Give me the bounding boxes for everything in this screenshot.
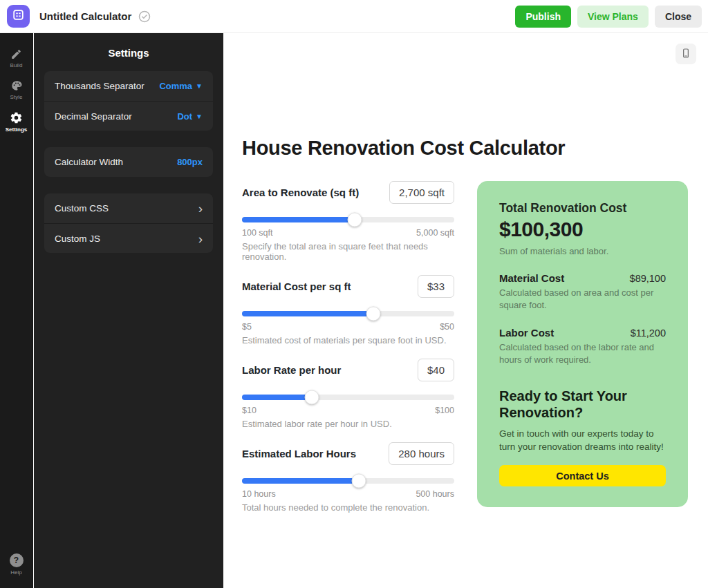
custom-code-card: Custom CSS › Custom JS › bbox=[44, 193, 213, 253]
help-icon: ? bbox=[10, 553, 24, 567]
saved-check-icon bbox=[138, 10, 151, 23]
slider-thumb[interactable] bbox=[305, 390, 319, 405]
left-rail: Build Style Settings ? bbox=[0, 33, 33, 588]
field-label: Estimated Labor Hours bbox=[242, 448, 356, 459]
field-description: Total hours needed to complete the renov… bbox=[242, 502, 454, 513]
cta-text: Get in touch with our experts today to t… bbox=[499, 428, 666, 454]
labor-hours-input[interactable]: 280 hours bbox=[389, 442, 454, 465]
slider-fill bbox=[242, 217, 355, 222]
slider-fill bbox=[242, 478, 359, 484]
result-value: $89,100 bbox=[630, 273, 666, 284]
inputs-column: Area to Renovate (sq ft) 2,700 sqft 100 … bbox=[242, 181, 454, 526]
custom-css-label: Custom CSS bbox=[55, 203, 109, 214]
total-cost-subtitle: Sum of materials and labor. bbox=[499, 246, 666, 256]
results-panel: Total Renovation Cost $100,300 Sum of ma… bbox=[477, 181, 688, 507]
app-logo[interactable] bbox=[7, 5, 30, 28]
slider-min-label: 100 sqft bbox=[242, 228, 272, 238]
slider-max-label: 500 hours bbox=[416, 489, 454, 499]
result-label: Material Cost bbox=[499, 272, 564, 284]
rail-item-settings[interactable]: Settings bbox=[0, 106, 33, 138]
slider-max-label: $100 bbox=[435, 406, 454, 415]
slider-min-label: 10 hours bbox=[242, 489, 276, 499]
labor-rate-input[interactable]: $40 bbox=[418, 359, 454, 381]
palette-icon bbox=[10, 79, 23, 92]
field-area: Area to Renovate (sq ft) 2,700 sqft 100 … bbox=[242, 181, 454, 262]
rail-item-label: Build bbox=[10, 62, 23, 68]
decimal-separator-label: Decimal Separator bbox=[55, 111, 132, 122]
slider-thumb[interactable] bbox=[351, 474, 366, 489]
publish-button[interactable]: Publish bbox=[515, 6, 571, 28]
pencil-icon bbox=[10, 48, 22, 60]
custom-js-row[interactable]: Custom JS › bbox=[44, 223, 213, 253]
result-item-material: Material Cost $89,100 Calculated based o… bbox=[499, 272, 666, 311]
slider-min-label: $10 bbox=[242, 406, 257, 415]
material-cost-slider[interactable] bbox=[242, 311, 454, 316]
mobile-preview-button[interactable] bbox=[676, 44, 696, 64]
field-description: Estimated cost of materials per square f… bbox=[242, 335, 454, 345]
rail-item-label: Help bbox=[10, 569, 21, 576]
slider-max-label: $50 bbox=[440, 322, 454, 332]
field-labor-hours: Estimated Labor Hours 280 hours 10 hours… bbox=[242, 442, 454, 513]
slider-fill bbox=[242, 311, 373, 316]
width-card: Calculator Width 800px bbox=[44, 147, 213, 177]
mobile-phone-icon bbox=[680, 48, 691, 61]
close-button[interactable]: Close bbox=[655, 6, 702, 28]
slider-min-label: $5 bbox=[242, 322, 252, 332]
field-label: Labor Rate per hour bbox=[242, 364, 341, 376]
topbar: Untitled Calculator Publish View Plans C… bbox=[0, 0, 708, 33]
calculator-width-label: Calculator Width bbox=[55, 157, 123, 167]
gear-icon bbox=[10, 111, 23, 124]
material-cost-input[interactable]: $33 bbox=[418, 275, 454, 298]
calculator-content: House Renovation Cost Calculator Area to… bbox=[242, 137, 688, 526]
total-cost-title: Total Renovation Cost bbox=[499, 201, 666, 216]
result-description: Calculated based on the labor rate and h… bbox=[499, 341, 660, 366]
settings-panel: Settings Thousands Separator Comma ▼ Dec… bbox=[34, 33, 223, 588]
rail-item-label: Settings bbox=[6, 126, 28, 133]
slider-max-label: 5,000 sqft bbox=[416, 228, 454, 238]
document-title[interactable]: Untitled Calculator bbox=[39, 10, 131, 22]
result-label: Labor Cost bbox=[499, 327, 554, 339]
slider-thumb[interactable] bbox=[366, 307, 381, 321]
rail-item-build[interactable]: Build bbox=[0, 43, 33, 74]
chevron-right-icon: › bbox=[198, 232, 203, 245]
field-label: Material Cost per sq ft bbox=[242, 281, 351, 292]
cta-heading: Ready to Start Your Renovation? bbox=[499, 388, 651, 421]
custom-css-row[interactable]: Custom CSS › bbox=[44, 193, 213, 223]
custom-js-label: Custom JS bbox=[55, 234, 100, 244]
decimal-separator-select[interactable]: Dot ▼ bbox=[177, 111, 203, 122]
contact-us-button[interactable]: Contact Us bbox=[499, 465, 666, 486]
area-input[interactable]: 2,700 sqft bbox=[389, 181, 454, 204]
thousands-separator-select[interactable]: Comma ▼ bbox=[159, 81, 203, 91]
slider-thumb[interactable] bbox=[347, 213, 362, 227]
preview-canvas: House Renovation Cost Calculator Area to… bbox=[223, 33, 708, 588]
decimal-separator-row[interactable]: Decimal Separator Dot ▼ bbox=[44, 101, 213, 131]
calculator-title: House Renovation Cost Calculator bbox=[242, 137, 688, 160]
slider-fill bbox=[242, 395, 312, 400]
result-value: $11,200 bbox=[631, 328, 666, 339]
calculator-width-row[interactable]: Calculator Width 800px bbox=[44, 147, 213, 177]
thousands-separator-row[interactable]: Thousands Separator Comma ▼ bbox=[44, 71, 213, 101]
app-window: Untitled Calculator Publish View Plans C… bbox=[0, 0, 708, 588]
settings-panel-heading: Settings bbox=[34, 33, 223, 71]
thousands-separator-label: Thousands Separator bbox=[55, 81, 145, 91]
labor-rate-slider[interactable] bbox=[242, 395, 454, 400]
chevron-down-icon: ▼ bbox=[196, 82, 203, 90]
result-description: Calculated based on area and cost per sq… bbox=[499, 287, 660, 311]
chevron-right-icon: › bbox=[198, 202, 203, 215]
area-slider[interactable] bbox=[242, 217, 454, 222]
field-labor-rate: Labor Rate per hour $40 $10 $100 Estimat… bbox=[242, 359, 454, 429]
view-plans-button[interactable]: View Plans bbox=[577, 6, 649, 28]
rail-item-style[interactable]: Style bbox=[0, 74, 33, 106]
labor-hours-slider[interactable] bbox=[242, 478, 454, 484]
chevron-down-icon: ▼ bbox=[196, 113, 203, 120]
calculator-width-value[interactable]: 800px bbox=[177, 157, 203, 167]
calculator-logo-icon bbox=[12, 8, 25, 24]
field-material-cost: Material Cost per sq ft $33 $5 $50 Estim… bbox=[242, 275, 454, 345]
separators-card: Thousands Separator Comma ▼ Decimal Sepa… bbox=[44, 71, 213, 131]
field-label: Area to Renovate (sq ft) bbox=[242, 187, 359, 198]
field-description: Specify the total area in square feet th… bbox=[242, 241, 454, 262]
result-item-labor: Labor Cost $11,200 Calculated based on t… bbox=[499, 327, 666, 366]
rail-item-label: Style bbox=[10, 94, 23, 100]
field-description: Estimated labor rate per hour in USD. bbox=[242, 419, 454, 429]
rail-item-help[interactable]: ? Help bbox=[0, 548, 33, 581]
